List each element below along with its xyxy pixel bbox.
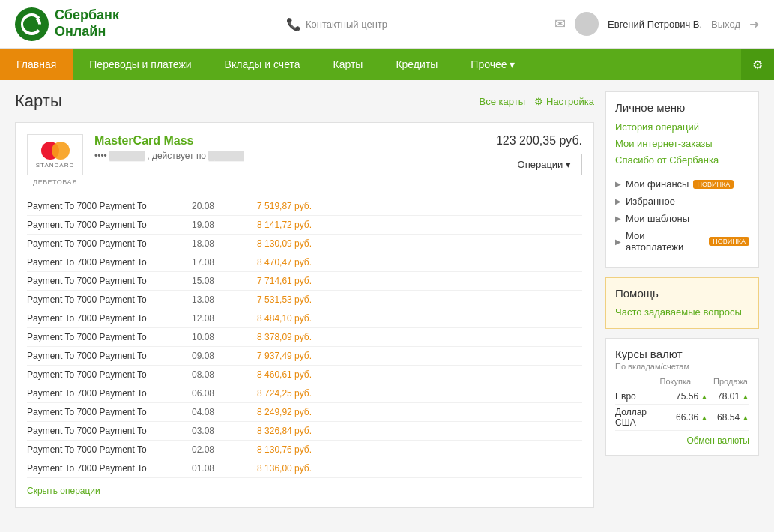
buy-up-icon: ▲ bbox=[701, 393, 708, 401]
transaction-row[interactable]: Payment To 7000 Payment To 04.08 8 249,9… bbox=[27, 403, 582, 422]
arrow-right-icon-3: ▶ bbox=[615, 214, 621, 223]
settings-link[interactable]: ⚙ Настройка bbox=[534, 96, 594, 107]
transaction-row[interactable]: Payment To 7000 Payment To 02.08 8 130,7… bbox=[27, 441, 582, 459]
rate-row: Доллар США 66.36 ▲ 68.54 ▲ bbox=[615, 405, 749, 431]
tx-date: 18.08 bbox=[184, 238, 222, 249]
help-title: Помощь bbox=[615, 287, 749, 300]
tx-amount: 8 136,00 руб. bbox=[222, 463, 312, 474]
novinka-badge-finances: НОВИНКА bbox=[693, 180, 734, 189]
card-logo: STANDARD bbox=[27, 134, 83, 175]
tx-date: 08.08 bbox=[184, 369, 222, 380]
nav-item-more[interactable]: Прочее ▾ bbox=[454, 49, 531, 80]
internet-orders-link[interactable]: Мои интернет-заказы bbox=[615, 138, 749, 149]
contact-center[interactable]: 📞 Контактный центр bbox=[119, 17, 554, 31]
tx-amount: 7 531,53 руб. bbox=[222, 294, 312, 305]
logout-button[interactable]: Выход bbox=[711, 19, 740, 30]
sberbank-logo-icon bbox=[15, 7, 49, 41]
card-balance: 123 200,35 руб. bbox=[496, 134, 582, 148]
cards-actions: Все карты ⚙ Настройка bbox=[480, 96, 594, 107]
card-number-text: •••• bbox=[94, 151, 109, 161]
tx-amount: 8 460,61 руб. bbox=[222, 369, 312, 380]
tx-description: Payment To 7000 Payment To bbox=[27, 463, 184, 474]
tx-description: Payment To 7000 Payment To bbox=[27, 238, 184, 249]
tx-amount: 8 141,72 руб. bbox=[222, 220, 312, 230]
transaction-row[interactable]: Payment To 7000 Payment To 10.08 8 378,0… bbox=[27, 328, 582, 347]
faq-link[interactable]: Часто задаваемые вопросы bbox=[615, 306, 742, 318]
transaction-row[interactable]: Payment To 7000 Payment To 03.08 8 326,8… bbox=[27, 422, 582, 441]
mc-circle-right bbox=[52, 142, 70, 160]
tx-date: 04.08 bbox=[184, 407, 222, 417]
settings-icon: ⚙ bbox=[534, 96, 543, 107]
transaction-row[interactable]: Payment To 7000 Payment To 12.08 8 484,1… bbox=[27, 309, 582, 328]
sell-up-icon: ▲ bbox=[742, 414, 749, 422]
tx-date: 02.08 bbox=[184, 444, 222, 455]
transactions-list: Payment To 7000 Payment To 20.08 7 519,8… bbox=[27, 197, 582, 478]
tx-amount: 8 484,10 руб. bbox=[222, 313, 312, 324]
novinka-badge-auto: НОВИНКА bbox=[709, 237, 749, 246]
spasibo-link[interactable]: Спасибо от Сбербанка bbox=[615, 154, 749, 166]
card-standard-label: STANDARD bbox=[36, 162, 74, 169]
rate-buy: 66.36 ▲ bbox=[667, 412, 708, 423]
tx-date: 13.08 bbox=[184, 294, 222, 305]
rates-subtitle: По вкладам/счетам bbox=[615, 362, 749, 371]
tx-amount: 7 519,87 руб. bbox=[222, 201, 312, 211]
tx-date: 10.08 bbox=[184, 332, 222, 342]
tx-amount: 7 714,61 руб. bbox=[222, 276, 312, 286]
transaction-row[interactable]: Payment To 7000 Payment To 06.08 8 724,2… bbox=[27, 384, 582, 403]
logo-text: Сбербанк Онлайн bbox=[55, 7, 119, 40]
nav-item-transfers[interactable]: Переводы и платежи bbox=[73, 49, 208, 80]
mastercard-logo bbox=[41, 142, 70, 160]
templates-item[interactable]: ▶ Мои шаблоны bbox=[615, 213, 749, 224]
logout-icon[interactable]: ➜ bbox=[749, 17, 759, 31]
tx-date: 12.08 bbox=[184, 313, 222, 324]
tx-description: Payment To 7000 Payment To bbox=[27, 201, 184, 211]
nav-gear[interactable]: ⚙ bbox=[741, 49, 774, 80]
tx-description: Payment To 7000 Payment To bbox=[27, 276, 184, 286]
personal-menu-title: Личное меню bbox=[615, 101, 749, 114]
transaction-row[interactable]: Payment To 7000 Payment To 19.08 8 141,7… bbox=[27, 216, 582, 235]
transaction-row[interactable]: Payment To 7000 Payment To 01.08 8 136,0… bbox=[27, 459, 582, 478]
transaction-row[interactable]: Payment To 7000 Payment To 18.08 8 130,0… bbox=[27, 235, 582, 253]
sell-up-icon: ▲ bbox=[742, 393, 749, 401]
my-finances-item[interactable]: ▶ Мои финансы НОВИНКА bbox=[615, 178, 749, 190]
mail-icon[interactable]: ✉ bbox=[554, 16, 566, 32]
card-balance-area: 123 200,35 руб. Операции ▾ bbox=[496, 134, 582, 175]
card-name[interactable]: MasterCard Mass bbox=[94, 134, 485, 148]
nav-item-deposits[interactable]: Вклады и счета bbox=[208, 49, 317, 80]
transaction-row[interactable]: Payment To 7000 Payment To 15.08 7 714,6… bbox=[27, 272, 582, 291]
tx-date: 15.08 bbox=[184, 276, 222, 286]
rate-sell: 78.01 ▲ bbox=[708, 391, 749, 402]
nav-item-cards[interactable]: Карты bbox=[317, 49, 380, 80]
transaction-row[interactable]: Payment To 7000 Payment To 09.08 7 937,4… bbox=[27, 347, 582, 366]
favorites-item[interactable]: ▶ Избранное bbox=[615, 196, 749, 207]
transaction-row[interactable]: Payment To 7000 Payment To 20.08 7 519,8… bbox=[27, 197, 582, 216]
card-expiry-masked: ██████ bbox=[208, 151, 244, 160]
operations-button[interactable]: Операции ▾ bbox=[507, 154, 582, 175]
tx-amount: 8 130,76 руб. bbox=[222, 444, 312, 455]
nav-item-home[interactable]: Главная bbox=[0, 49, 73, 80]
history-link[interactable]: История операций bbox=[615, 121, 749, 133]
tx-amount: 8 470,47 руб. bbox=[222, 257, 312, 267]
transaction-row[interactable]: Payment To 7000 Payment To 17.08 8 470,4… bbox=[27, 253, 582, 272]
card-number: •••• ██████ , действует по ██████ bbox=[94, 151, 485, 161]
tx-amount: 8 326,84 руб. bbox=[222, 426, 312, 436]
rates-title: Курсы валют bbox=[615, 348, 749, 360]
autopayments-item[interactable]: ▶ Мои автоплатежи НОВИНКА bbox=[615, 230, 749, 253]
card-number-masked: ██████ bbox=[109, 151, 145, 160]
tx-date: 20.08 bbox=[184, 201, 222, 211]
all-cards-link[interactable]: Все карты bbox=[480, 96, 525, 107]
transaction-row[interactable]: Payment To 7000 Payment To 13.08 7 531,5… bbox=[27, 291, 582, 309]
user-name: Евгений Петрович В. bbox=[608, 19, 702, 30]
hide-operations-link[interactable]: Скрыть операции bbox=[27, 486, 100, 496]
exchange-link[interactable]: Обмен валюты bbox=[615, 435, 749, 446]
logo: Сбербанк Онлайн bbox=[15, 7, 119, 41]
transaction-row[interactable]: Payment To 7000 Payment To 08.08 8 460,6… bbox=[27, 366, 582, 384]
tx-date: 09.08 bbox=[184, 351, 222, 361]
nav: Главная Переводы и платежи Вклады и счет… bbox=[0, 49, 774, 80]
nav-item-credits[interactable]: Кредиты bbox=[379, 49, 454, 80]
buy-col-header: Покупка bbox=[659, 377, 691, 386]
card-block: STANDARD ДЕБЕТОВАЯ MasterCard Mass •••• … bbox=[15, 122, 594, 508]
cards-header: Карты Все карты ⚙ Настройка bbox=[15, 91, 594, 111]
page-title: Карты bbox=[15, 91, 62, 111]
rate-name: Доллар США bbox=[615, 407, 667, 428]
